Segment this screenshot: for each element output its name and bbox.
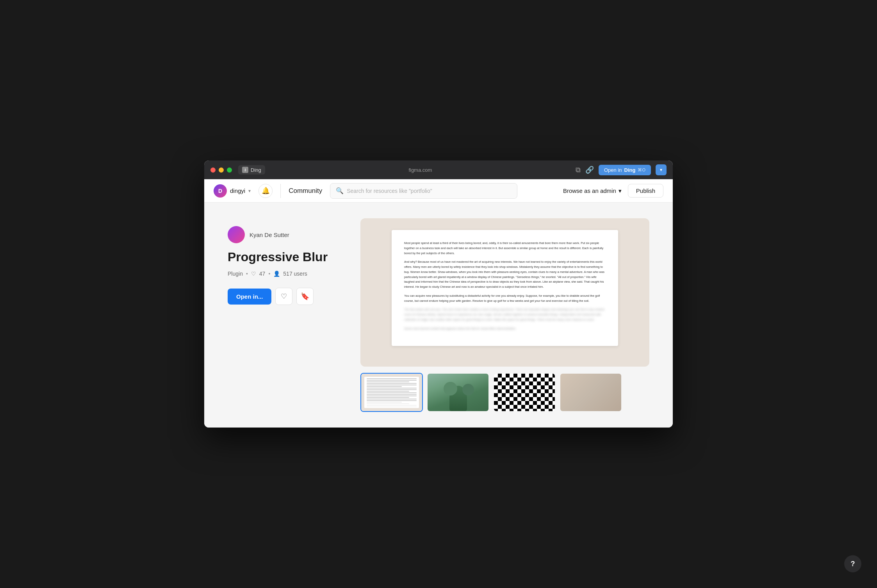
- main-content: Kyan De Sutter Progressive Blur Plugin •…: [204, 203, 673, 428]
- plugin-users: 517 users: [283, 271, 307, 277]
- thumbnail-4[interactable]: [560, 373, 622, 412]
- plugin-info-panel: Kyan De Sutter Progressive Blur Plugin •…: [228, 218, 337, 305]
- main-preview: Most people spend at least a third of th…: [360, 218, 649, 367]
- preview-text-blurred-1: The few weeks will cure you. The sort of…: [404, 307, 606, 322]
- navbar-right: Browse as an admin ▾ Publish: [563, 184, 663, 198]
- tab-title: Ding: [251, 167, 261, 173]
- like-button[interactable]: ♡: [275, 288, 292, 305]
- user-chevron-icon: ▾: [248, 188, 251, 194]
- help-button[interactable]: ?: [844, 555, 861, 572]
- plugin-type-label: Plugin: [228, 271, 243, 277]
- community-nav-title: Community: [289, 187, 322, 195]
- username-label: dingyi: [230, 187, 245, 194]
- thumbnail-2[interactable]: [427, 373, 489, 412]
- heart-icon: ♡: [251, 271, 256, 277]
- browse-admin-chevron-icon: ▾: [619, 187, 622, 194]
- preview-document: Most people spend at least a third of th…: [392, 230, 618, 346]
- author-avatar: [228, 226, 245, 243]
- thumbnail-3[interactable]: [493, 373, 556, 412]
- minimize-traffic-light[interactable]: [219, 167, 224, 173]
- titlebar: ⬇ Ding figma.com ⧉ 🔗 Open in Ding ⌘O ▾: [204, 160, 673, 179]
- plugin-author: Kyan De Sutter: [228, 226, 337, 243]
- url-bar: figma.com: [271, 167, 569, 173]
- publish-button[interactable]: Publish: [628, 184, 663, 198]
- preview-panel: Most people spend at least a third of th…: [360, 218, 649, 412]
- action-buttons: Open in... ♡ 🔖: [228, 288, 337, 305]
- users-icon: 👤: [273, 271, 280, 277]
- open-in-app-button[interactable]: Open in Ding ⌘O: [599, 165, 651, 175]
- preview-text-3: You can acquire new pleasures by substit…: [404, 294, 606, 304]
- notifications-button[interactable]: 🔔: [258, 184, 273, 198]
- thumbnail-1[interactable]: [360, 373, 423, 412]
- bookmark-button[interactable]: 🔖: [296, 288, 314, 305]
- search-placeholder-text: Search for resources like "portfolio": [347, 188, 432, 194]
- plugin-likes: 47: [259, 271, 266, 277]
- plugin-title: Progressive Blur: [228, 249, 337, 264]
- preview-text-1: Most people spend at least a third of th…: [404, 241, 606, 256]
- fullscreen-traffic-light[interactable]: [227, 167, 232, 173]
- search-bar[interactable]: 🔍 Search for resources like "portfolio": [330, 183, 517, 199]
- bookmark-icon: 🔖: [301, 292, 309, 301]
- browse-as-admin-button[interactable]: Browse as an admin ▾: [563, 187, 622, 194]
- user-menu[interactable]: D dingyi ▾: [214, 184, 251, 198]
- author-name-label: Kyan De Sutter: [250, 232, 289, 238]
- plugin-meta: Plugin • ♡ 47 • 👤 517 users: [228, 271, 337, 277]
- link-icon[interactable]: 🔗: [585, 166, 594, 174]
- nav-divider: [280, 184, 281, 198]
- titlebar-actions: ⧉ 🔗 Open in Ding ⌘O ▾: [576, 164, 667, 175]
- browser-window: ⬇ Ding figma.com ⧉ 🔗 Open in Ding ⌘O ▾: [204, 160, 673, 428]
- open-in-button[interactable]: Open in...: [228, 289, 271, 305]
- share-icon[interactable]: ⧉: [576, 166, 581, 174]
- tab-favicon: ⬇: [242, 167, 248, 173]
- dropdown-chevron-button[interactable]: ▾: [656, 164, 667, 175]
- browser-tab[interactable]: ⬇ Ding: [238, 165, 265, 175]
- navbar: D dingyi ▾ 🔔 Community 🔍 Search for reso…: [204, 179, 673, 203]
- thumbnail-strip: [360, 373, 649, 412]
- search-icon: 🔍: [336, 187, 344, 194]
- heart-outline-icon: ♡: [281, 292, 287, 301]
- preview-text-2: And why? Because most of us have not mas…: [404, 260, 606, 290]
- preview-text-blurred-2: Some more blurred content that appears b…: [404, 326, 606, 331]
- traffic-lights: [210, 167, 232, 173]
- close-traffic-light[interactable]: [210, 167, 216, 173]
- avatar: D: [214, 184, 227, 198]
